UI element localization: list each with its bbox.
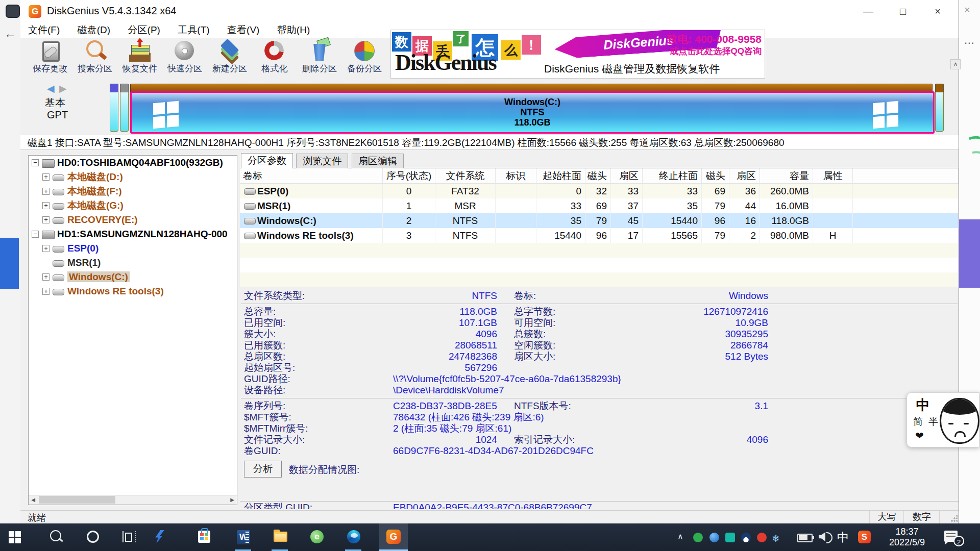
tree-item-msr[interactable]: MSR(1)	[29, 256, 237, 270]
table-row-esp[interactable]: ESP(0) 0 FAT32 0 32 33 33 69 36 260.0MB	[240, 184, 959, 198]
task-view-button[interactable]	[116, 523, 141, 551]
partition-bar-esp[interactable]	[110, 84, 118, 132]
tray-red-app-icon[interactable]	[757, 533, 767, 542]
flash-app-button[interactable]	[147, 523, 172, 551]
tab-sector-edit[interactable]: 扇区编辑	[352, 154, 404, 168]
back-arrow-icon[interactable]: ←	[4, 27, 16, 41]
expander-plus-icon[interactable]: +	[42, 273, 50, 281]
tree-item-windows-re[interactable]: + Windows RE tools(3)	[29, 284, 237, 298]
expander-plus-icon[interactable]: +	[42, 216, 50, 223]
detail-row: 已用簇数: 28068511 空闲簇数: 2866784	[240, 340, 959, 351]
analyze-button[interactable]: 分析	[244, 461, 282, 478]
volume-icon[interactable]	[819, 532, 825, 541]
expander-plus-icon[interactable]: +	[42, 188, 50, 195]
menu-tools[interactable]: 工具(T)	[170, 22, 217, 38]
search-partition-button[interactable]: 搜索分区	[72, 39, 117, 79]
sogou-tray-icon[interactable]: S	[858, 531, 871, 543]
taskbar-search-button[interactable]	[44, 523, 68, 551]
tab-browse-files[interactable]: 浏览文件	[296, 154, 348, 168]
background-window-left-strip: ←	[0, 0, 21, 523]
menu-file[interactable]: 文件(F)	[20, 22, 67, 38]
file-explorer-button[interactable]	[267, 523, 292, 551]
quick-partition-button[interactable]: 快速分区	[162, 39, 207, 79]
background-app-icon	[6, 5, 20, 18]
partition-bar-msr[interactable]	[120, 84, 129, 132]
new-partition-button[interactable]: 新建分区	[207, 39, 252, 79]
partition-bar-windows-c[interactable]: Windows(C:) NTFS 118.0GB	[130, 84, 932, 131]
word-button[interactable]: W	[231, 523, 255, 551]
tree-item-local-f[interactable]: + 本地磁盘(F:)	[29, 184, 237, 198]
disk-nav-left-icon[interactable]: ◀	[47, 83, 55, 94]
partition-icon	[53, 217, 64, 224]
tray-qq-penguin-icon[interactable]	[741, 533, 751, 542]
expander-plus-icon[interactable]: +	[42, 173, 50, 181]
start-button[interactable]	[3, 523, 27, 551]
partition-bar-re-tools[interactable]	[935, 84, 944, 132]
store-icon	[198, 531, 210, 543]
tree-item-local-d[interactable]: + 本地磁盘(D:)	[29, 170, 237, 184]
menu-help[interactable]: 帮助(H)	[270, 22, 317, 38]
expander-plus-icon[interactable]: +	[42, 288, 50, 295]
tray-chevron-up-icon[interactable]: ∧	[677, 532, 683, 541]
save-changes-button[interactable]: 保存更改	[28, 39, 72, 79]
tree-item-hd1[interactable]: − HD1:SAMSUNGMZNLN128HAHQ-000	[29, 227, 237, 241]
status-bar: 就绪 大写 数字	[20, 510, 959, 523]
ime-language-indicator[interactable]: 中	[837, 530, 849, 545]
disk-nav-right-icon[interactable]: ▶	[59, 83, 67, 94]
sogou-ime-panel[interactable]: 中 简 半 ❤	[906, 392, 979, 447]
detail-row: $MFT簇号: 786432 (柱面:426 磁头:239 扇区:6)	[240, 412, 959, 423]
close-button[interactable]: ×	[923, 0, 952, 22]
taskbar-clock[interactable]: 18:37 2022/5/9	[879, 527, 935, 548]
expander-plus-icon[interactable]: +	[42, 245, 50, 252]
menu-disk[interactable]: 磁盘(D)	[70, 22, 118, 38]
tray-teal-app-icon[interactable]	[725, 533, 735, 542]
recover-files-button[interactable]: 恢复文件	[117, 39, 162, 79]
resize-grip[interactable]	[950, 515, 958, 522]
delete-partition-button[interactable]: 删除分区	[297, 39, 342, 79]
partition-icon	[53, 274, 64, 281]
tree-horizontal-scrollbar[interactable]: ◀ ▶	[29, 495, 237, 505]
ime-simplified-mode[interactable]: 简	[913, 415, 923, 429]
microsoft-store-button[interactable]	[192, 523, 216, 551]
volume-waves-icon	[826, 532, 832, 543]
scroll-right-icon[interactable]: ▶	[228, 495, 237, 504]
battery-icon[interactable]	[797, 534, 813, 542]
minimize-button[interactable]: —	[853, 0, 883, 22]
tab-partition-params[interactable]: 分区参数	[241, 153, 293, 168]
tree-item-local-g[interactable]: + 本地磁盘(G:)	[29, 198, 237, 213]
tree-item-esp[interactable]: + ESP(0)	[29, 241, 237, 256]
expander-minus-icon[interactable]: −	[32, 231, 39, 238]
edge-button[interactable]	[341, 523, 365, 551]
allocation-map-label: 数据分配情况图:	[289, 463, 359, 477]
scroll-left-icon[interactable]: ◀	[29, 495, 38, 504]
heart-icon[interactable]: ❤	[915, 430, 924, 442]
expander-minus-icon[interactable]: −	[32, 159, 39, 166]
ime-chinese-mode[interactable]: 中	[916, 396, 930, 414]
table-row-windows-c[interactable]: Windows(C:) 2 NTFS 35 79 45 15440 96 16 …	[240, 213, 959, 228]
expander-plus-icon[interactable]: +	[42, 202, 50, 209]
backup-partition-button[interactable]: 备份分区	[342, 39, 387, 79]
tree-item-hd0[interactable]: − HD0:TOSHIBAMQ04ABF100(932GB)	[29, 156, 237, 170]
scroll-up-icon[interactable]: ∧	[950, 59, 961, 69]
table-row-msr[interactable]: MSR(1) 1 MSR 33 69 37 35 79 44 16.0MB	[240, 198, 959, 213]
cortana-button[interactable]	[80, 523, 105, 551]
tree-item-windows-c[interactable]: + Windows(C:)	[29, 270, 237, 284]
cortana-icon	[87, 531, 99, 543]
browser-360-button[interactable]: e	[304, 523, 329, 551]
tree-item-recovery-e[interactable]: + RECOVERY(E:)	[29, 213, 237, 227]
tray-snowflake-icon[interactable]: ❄	[772, 533, 781, 542]
ad-banner[interactable]: 数 据 丢 了 怎 么 ！ DiskGenius DiskGenius 致电: …	[390, 30, 765, 79]
menu-partition[interactable]: 分区(P)	[120, 22, 168, 38]
format-button[interactable]: 格式化	[252, 39, 297, 79]
scrollbar-thumb[interactable]	[39, 496, 115, 504]
maximize-button[interactable]: □	[888, 0, 918, 22]
menu-view[interactable]: 查看(V)	[219, 22, 267, 38]
tray-green-shield-icon[interactable]	[693, 533, 703, 542]
diskgenius-taskbar-button[interactable]: G	[379, 523, 408, 551]
search-partition-icon	[84, 40, 106, 62]
banner-qq-link[interactable]: 或点击此处选择QQ咨询	[619, 45, 762, 57]
ime-halfwidth-mode[interactable]: 半	[928, 415, 938, 429]
table-row-windows-re[interactable]: Windows RE tools(3) 3 NTFS 15440 96 17 1…	[240, 228, 959, 243]
notification-badge: 2	[953, 536, 964, 546]
tray-blue-ball-icon[interactable]	[709, 533, 719, 542]
